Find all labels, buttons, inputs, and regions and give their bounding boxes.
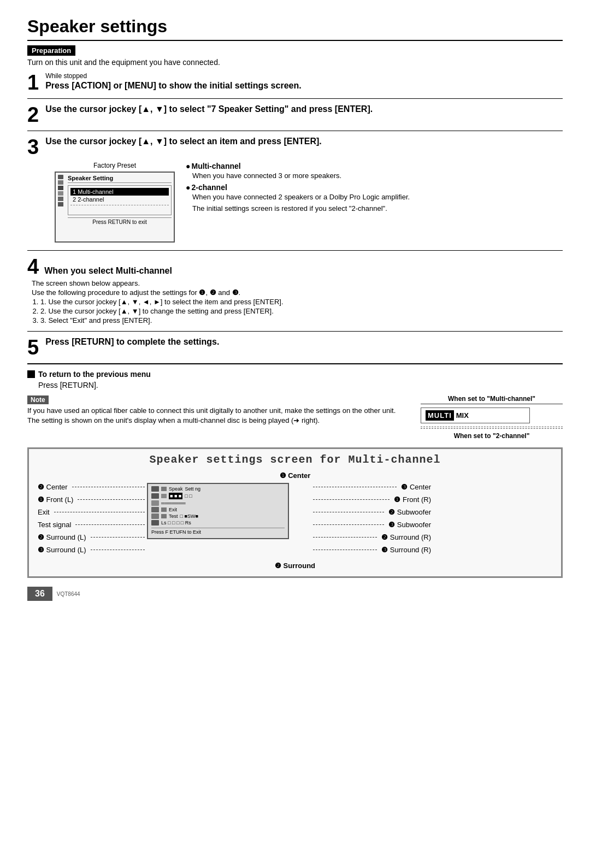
right-row-b-sub: ❷ Subwoofer	[311, 508, 431, 516]
step-4-list-item-2: 2. Use the cursor jockey [▲, ▼] to chang…	[40, 307, 563, 315]
step-1-sublabel: While stopped	[45, 72, 563, 80]
left-row-a-front-l: ❶ Front (L)	[38, 495, 147, 504]
screen-mock: Speaker Setting 1 Multi-channel 2 2-chan…	[55, 172, 175, 243]
left-c-surround-l-label: ❸ Surround (L)	[38, 546, 86, 554]
step-3-number: 3	[27, 137, 39, 157]
left-row-b-center: ❷ Center	[38, 483, 147, 491]
step-4-list-item-1: 1. Use the cursor jockey [▲, ▼, ◄, ►] to…	[40, 298, 563, 306]
note-item-2: The setting is shown on the unit's displ…	[27, 416, 404, 424]
step-4-title: When you select Multi-channel	[44, 266, 172, 276]
step-2-instruction: Use the cursor jockey [▲, ▼] to select "…	[45, 104, 563, 114]
step-1-number: 1	[27, 72, 39, 93]
note-right: When set to "Multi-channel" MULTI MIX Wh…	[421, 395, 563, 440]
right-row-a-front-r: ❶ Front (R)	[311, 495, 431, 504]
speaker-screen-title: Speaker settings screen for Multi-channe…	[38, 453, 552, 466]
right-row-c-surround-r: ❸ Surround (R)	[311, 546, 431, 554]
when-2ch-label: When set to "2-channel"	[421, 432, 563, 440]
multi-channel-title: Multi-channel	[186, 162, 410, 170]
left-exit-label: Exit	[38, 508, 50, 516]
left-row-b-surround-l: ❷ Surround (L)	[38, 533, 147, 541]
right-row-b-surround-r: ❷ Surround (R)	[311, 533, 431, 541]
right-a-front-r-label: ❶ Front (R)	[394, 495, 431, 504]
speaker-screen-mock: SpeakSett ng ■ ■ ■ □ □ ═══════ Exit	[147, 483, 289, 539]
screen-title: Speaker Setting	[68, 175, 172, 183]
note-left: Note If you have used an optical fiber c…	[27, 395, 404, 440]
preparation-text: Turn on this unit and the equipment you …	[27, 58, 563, 67]
return-text: Press [RETURN].	[38, 381, 563, 389]
speaker-screen-section: Speaker settings screen for Multi-channe…	[27, 447, 563, 578]
screen-footer: Press RETURN to exit	[68, 217, 172, 225]
step-2-number: 2	[27, 104, 39, 125]
step-3: 3 Use the cursor jockey [▲, ▼] to select…	[27, 137, 563, 251]
speaker-diagram: ❷ Center ❶ Front (L) Exit Test signal ❷ …	[38, 483, 552, 558]
left-row-test: Test signal	[38, 521, 147, 529]
mix-text: MIX	[454, 410, 471, 421]
two-channel-text1: When you have connected 2 speakers or a …	[192, 193, 410, 201]
channel-options: Multi-channel When you have connected 3 …	[186, 162, 410, 243]
step-4-list-item-3: 3. Select "Exit" and press [ENTER].	[40, 316, 563, 324]
step-5-number: 5	[27, 337, 39, 358]
step-5-content: Press [RETURN] to complete the settings.	[45, 337, 563, 347]
center-col: SpeakSett ng ■ ■ ■ □ □ ═══════ Exit	[147, 483, 311, 539]
page-title: Speaker settings	[27, 16, 563, 41]
left-a-front-l-label: ❶ Front (L)	[38, 495, 73, 504]
screen-item-2: 2 2-channel	[70, 196, 169, 203]
preparation-badge: Preparation	[27, 45, 75, 56]
step-4-list: 1. Use the cursor jockey [▲, ▼, ◄, ►] to…	[40, 298, 563, 324]
return-title: To return to the previous menu	[38, 370, 151, 379]
step-2: 2 Use the cursor jockey [▲, ▼] to select…	[27, 104, 563, 131]
screen-item-1: 1 Multi-channel	[70, 188, 169, 196]
left-test-label: Test signal	[38, 521, 71, 529]
two-channel-title: 2-channel	[186, 183, 410, 192]
step-1-instruction: Press [ACTION] or [MENU] to show the ini…	[45, 81, 563, 91]
screen-inner: 1 Multi-channel 2 2-channel	[68, 185, 172, 215]
step-4-number: 4	[27, 256, 39, 277]
right-c-sub-label: ❸ Subwoofer	[388, 521, 431, 529]
right-row-c-center: ❸ Center	[311, 483, 431, 491]
step-1: 1 While stopped Press [ACTION] or [MENU]…	[27, 72, 563, 99]
left-row-exit: Exit	[38, 508, 147, 516]
black-square-icon	[27, 370, 35, 378]
return-header: To return to the previous menu	[27, 370, 563, 379]
right-col: ❸ Center ❶ Front (R) ❷ Subwoofer ❸ Subwo…	[311, 483, 431, 558]
multi-text: MULTI	[426, 410, 454, 421]
bottom-bar: 36 VQT8644	[27, 587, 563, 601]
left-b-surround-l-label: ❷ Surround (L)	[38, 533, 86, 541]
multi-channel-text: When you have connected 3 or more speake…	[192, 172, 410, 180]
preparation-section: Preparation Turn on this unit and the eq…	[27, 45, 563, 67]
left-row-c-surround-l: ❸ Surround (L)	[38, 546, 147, 554]
note-badge: Note	[27, 395, 49, 404]
step-4-header: 4 When you select Multi-channel	[27, 256, 563, 277]
left-b-center-label: ❷ Center	[38, 483, 68, 491]
return-section: To return to the previous menu Press [RE…	[27, 370, 563, 389]
bottom-surround-label: ❷ Surround	[38, 562, 552, 570]
right-b-surround-r-label: ❷ Surround (R)	[381, 533, 431, 541]
right-c-center-label: ❸ Center	[401, 483, 431, 491]
page-number: 36	[27, 587, 52, 601]
two-channel-text2: The initial settings screen is restored …	[192, 204, 410, 212]
multi-channel-display: MULTI MIX	[421, 408, 530, 423]
note-item-1: If you have used an optical fiber cable …	[27, 406, 404, 415]
factory-preset-label: Factory Preset	[55, 162, 175, 169]
step-3-instruction: Use the cursor jockey [▲, ▼] to select a…	[45, 137, 322, 146]
center-top-label: ❶ Center	[38, 471, 552, 480]
step-5: 5 Press [RETURN] to complete the setting…	[27, 337, 563, 364]
right-c-surround-r-label: ❸ Surround (R)	[381, 546, 431, 554]
step-5-instruction: Press [RETURN] to complete the settings.	[45, 337, 563, 347]
step-2-content: Use the cursor jockey [▲, ▼] to select "…	[45, 104, 563, 114]
step-4-line2: Use the following procedure to adjust th…	[32, 288, 563, 297]
step-1-content: While stopped Press [ACTION] or [MENU] t…	[45, 72, 563, 91]
note-section: Note If you have used an optical fiber c…	[27, 395, 563, 440]
when-multi-label: When set to "Multi-channel"	[421, 395, 563, 403]
step-4: 4 When you select Multi-channel The scre…	[27, 256, 563, 332]
vqt-label: VQT8644	[57, 591, 80, 597]
right-row-c-sub: ❸ Subwoofer	[311, 521, 431, 529]
right-b-sub-label: ❷ Subwoofer	[388, 508, 431, 516]
step-4-line1: The screen shown below appears.	[32, 279, 563, 287]
left-col: ❷ Center ❶ Front (L) Exit Test signal ❷ …	[38, 483, 147, 558]
step-3-content: Use the cursor jockey [▲, ▼] to select a…	[45, 137, 322, 146]
